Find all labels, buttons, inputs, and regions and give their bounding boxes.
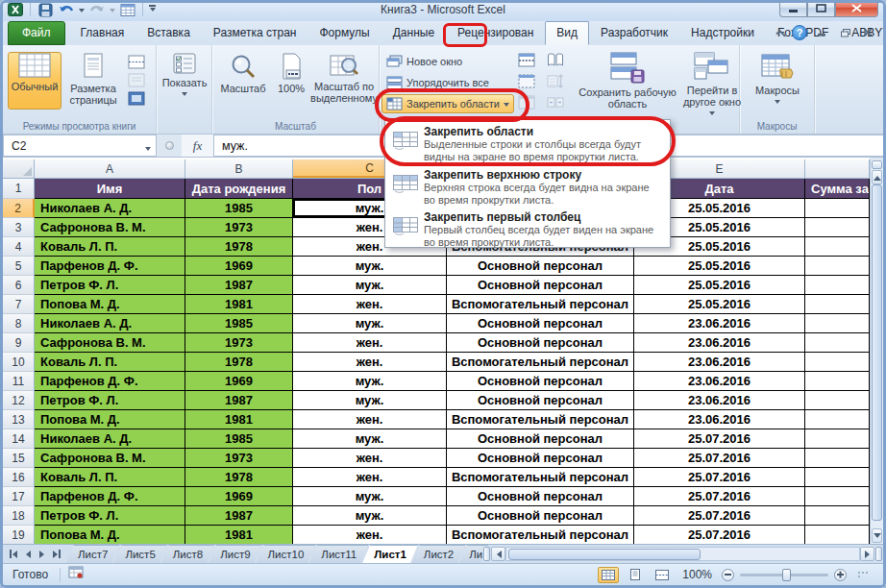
ribbon-tab-Главная[interactable]: Главная xyxy=(69,21,136,45)
row-header-4[interactable]: 4 xyxy=(3,237,35,257)
cell-date[interactable]: 25.07.2016 xyxy=(634,506,805,526)
cell-sum[interactable] xyxy=(805,276,870,295)
cell-birth-year[interactable]: 1973 xyxy=(185,333,293,353)
cell-birth-year[interactable]: 1981 xyxy=(185,295,293,314)
first-sheet-button[interactable] xyxy=(7,548,19,560)
vertical-scroll-thumb[interactable] xyxy=(872,184,882,521)
cell-name[interactable]: Парфенов Д. Ф. xyxy=(35,372,185,391)
ribbon-tab-Формулы[interactable]: Формулы xyxy=(308,21,381,45)
cell-role[interactable]: Основной персонал xyxy=(447,391,634,410)
page-break-shortcut[interactable] xyxy=(652,567,673,583)
cell-date[interactable]: 25.05.2016 xyxy=(634,276,805,295)
cell-date[interactable]: 25.07.2016 xyxy=(634,429,805,449)
workbook-restore-button[interactable] xyxy=(837,26,853,39)
sheet-tab-Лист2[interactable]: Лист2 xyxy=(412,545,465,563)
cell-sum[interactable] xyxy=(805,199,870,218)
cell-name[interactable]: Сафронова В. М. xyxy=(35,333,185,353)
row-header-10[interactable]: 10 xyxy=(3,353,35,372)
row-header-6[interactable]: 6 xyxy=(3,276,35,295)
ribbon-tab-Разработчик[interactable]: Разработчик xyxy=(589,21,679,45)
cell-gender[interactable]: муж. xyxy=(293,506,447,526)
custom-views-icon[interactable] xyxy=(126,71,147,88)
cell-birth-year[interactable]: 1987 xyxy=(185,506,293,526)
workbook-minimize-button[interactable] xyxy=(814,26,830,39)
cell-sum[interactable] xyxy=(805,333,870,353)
hide-window-icon[interactable] xyxy=(516,72,537,89)
hscroll-resize-handle[interactable] xyxy=(875,547,882,561)
ribbon-tab-Файл[interactable]: Файл xyxy=(8,21,65,45)
cell-gender[interactable]: муж. xyxy=(293,487,447,506)
row-header-11[interactable]: 11 xyxy=(3,372,35,391)
split-icon[interactable] xyxy=(516,51,537,68)
row-header-14[interactable]: 14 xyxy=(3,429,35,449)
cell-sum[interactable] xyxy=(805,372,870,391)
cell-gender[interactable]: муж. xyxy=(293,372,447,391)
cell-role[interactable]: Основной персонал xyxy=(447,372,634,391)
cell-role[interactable]: Основной персонал xyxy=(447,487,634,506)
cell-name[interactable]: Коваль Л. П. xyxy=(35,468,185,487)
cell-gender[interactable]: муж. xyxy=(293,391,447,410)
cell-name[interactable]: Сафронова В. М. xyxy=(35,449,185,468)
hscroll-left-button[interactable] xyxy=(491,547,505,561)
page-break-view-icon[interactable] xyxy=(126,53,147,70)
last-sheet-button[interactable] xyxy=(50,548,62,560)
cell-role[interactable]: Вспомогательный персонал xyxy=(447,295,634,314)
cell-date[interactable]: 23.06.2016 xyxy=(634,372,805,391)
cell-name[interactable]: Коваль Л. П. xyxy=(35,237,185,257)
page-layout-shortcut[interactable] xyxy=(625,567,646,583)
cell-gender[interactable]: жен. xyxy=(293,526,447,544)
cell-gender[interactable]: муж. xyxy=(293,429,447,449)
horizontal-scroll-thumb[interactable] xyxy=(508,549,701,560)
cell-date[interactable]: 25.05.2016 xyxy=(634,295,805,314)
cell-birth-year[interactable]: 1973 xyxy=(185,449,293,468)
normal-view-button[interactable]: Обычный xyxy=(8,52,62,110)
cell-name[interactable]: Николаев А. Д. xyxy=(35,314,185,333)
macros-button[interactable]: Макросы xyxy=(751,52,804,117)
scrollbar-split-handle[interactable] xyxy=(872,160,882,169)
cell-date[interactable]: 25.07.2016 xyxy=(634,468,805,487)
cell-role[interactable]: Вспомогательный персонал xyxy=(447,353,634,372)
prev-sheet-button[interactable] xyxy=(21,548,34,560)
cell-gender[interactable]: жен. xyxy=(293,333,447,353)
macro-record-icon[interactable] xyxy=(68,566,85,583)
cell-sum[interactable] xyxy=(805,429,870,449)
ribbon-tab-Вставка[interactable]: Вставка xyxy=(135,21,202,45)
row-header-8[interactable]: 8 xyxy=(3,314,35,333)
row-header-2[interactable]: 2 xyxy=(3,199,35,218)
sheet-tab-Лист9[interactable]: Лист9 xyxy=(209,545,261,563)
insert-function-button[interactable]: fx xyxy=(182,135,214,157)
cell-date[interactable]: 25.07.2016 xyxy=(634,526,805,544)
cell-sum[interactable] xyxy=(805,526,870,544)
cell-sum[interactable] xyxy=(805,295,870,314)
scroll-up-button[interactable] xyxy=(872,170,882,184)
show-dropdown-button[interactable]: Показать xyxy=(161,52,208,119)
view-side-by-side-icon[interactable] xyxy=(545,51,566,68)
row-header-17[interactable]: 17 xyxy=(3,487,35,506)
cell-name[interactable]: Попова М. Д. xyxy=(35,526,185,544)
cell-sum[interactable] xyxy=(805,353,870,372)
zoom-slider-thumb[interactable] xyxy=(782,569,791,581)
cell-date[interactable]: 23.06.2016 xyxy=(634,333,805,353)
zoom-100-button[interactable]: 100% xyxy=(270,52,312,111)
zoom-button[interactable]: Масштаб xyxy=(218,52,268,111)
select-all-corner[interactable] xyxy=(3,159,35,178)
horizontal-scrollbar[interactable] xyxy=(505,547,860,561)
save-workspace-button[interactable]: Сохранить рабочую область xyxy=(575,50,680,119)
row-header-5[interactable]: 5 xyxy=(3,257,35,276)
tab-scroll-split[interactable] xyxy=(483,547,490,561)
sheet-tab-Лист10[interactable]: Лист10 xyxy=(257,545,316,563)
cell-name[interactable]: Попова М. Д. xyxy=(35,295,185,314)
row-header-19[interactable]: 19 xyxy=(3,526,35,544)
normal-view-shortcut[interactable] xyxy=(598,567,619,583)
cell-sum[interactable] xyxy=(805,468,870,487)
cell-birth-year[interactable]: 1981 xyxy=(185,410,293,429)
cell-date[interactable]: 25.05.2016 xyxy=(634,257,805,276)
row-header-1[interactable]: 1 xyxy=(3,179,35,199)
row-header-13[interactable]: 13 xyxy=(3,410,35,429)
cell-sum[interactable] xyxy=(805,237,870,257)
cell-gender[interactable]: жен. xyxy=(293,410,447,429)
cell-date[interactable]: 23.06.2016 xyxy=(634,353,805,372)
name-box[interactable]: C2 xyxy=(3,135,157,157)
cell-sum[interactable] xyxy=(805,487,870,506)
cell-gender[interactable]: муж. xyxy=(293,314,447,333)
